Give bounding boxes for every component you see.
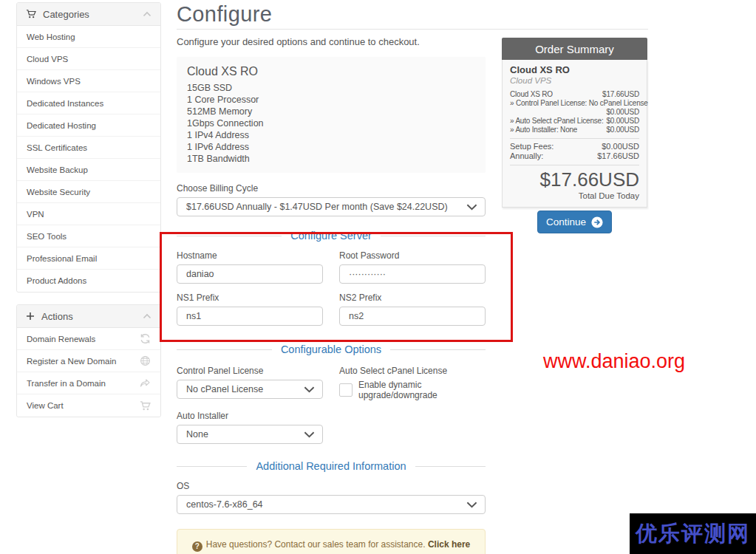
summary-line: » Auto Select cPanel License: No $0.00US… [510,117,639,126]
options-row: Control Panel License No cPanel License … [177,355,486,444]
sidebar-item-seo-tools[interactable]: SEO Tools [17,225,160,247]
hostname-input[interactable] [177,264,323,284]
product-feature: 15GB SSD [187,82,475,94]
enable-upgrade-row: Enable dynamic upgrade/downgrade [339,380,486,400]
sidebar-item-dedicated-hosting[interactable]: Dedicated Hosting [17,114,160,137]
total-amount: $17.66USD [510,168,639,191]
click-here-link[interactable]: Click here [428,539,470,550]
product-feature: 1TB Bandwidth [187,153,475,165]
categories-title: Categories [43,9,89,20]
sidebar-item-website-backup[interactable]: Website Backup [17,159,160,181]
categories-panel: Categories Web Hosting Cloud VPS Windows… [16,2,161,293]
ns1-prefix-label: NS1 Prefix [177,293,323,303]
page-subtitle: Configure your desired options and conti… [177,36,486,47]
arrow-circle-right-icon [591,216,603,228]
product-feature: 512MB Memory [187,106,475,117]
sidebar: Categories Web Hosting Cloud VPS Windows… [16,2,161,429]
page-title: Configure [177,2,486,27]
refresh-icon [140,333,151,344]
ns2-prefix-input[interactable] [339,307,486,326]
cart-icon [140,400,151,411]
continue-button[interactable]: Continue [537,211,612,233]
order-summary: Order Summary Cloud XS RO Cloud VPS Clou… [502,38,647,208]
chevron-up-icon [143,11,151,17]
product-feature: 1 IPv6 Address [187,141,475,153]
server-fields-row-2: NS1 Prefix NS2 Prefix [177,284,486,326]
sidebar-item-view-cart[interactable]: View Cart [17,394,160,417]
auto-installer-select[interactable]: None [177,425,323,444]
hostname-label: Hostname [177,250,323,261]
actions-header[interactable]: Actions [17,305,160,328]
sidebar-item-ssl-certificates[interactable]: SSL Certificates [17,137,160,159]
watermark-text: www.daniao.org [543,350,685,373]
plus-icon [26,312,35,321]
question-circle-icon: ? [192,541,202,552]
cart-icon [26,9,36,19]
os-label: OS [177,481,486,491]
billing-cycle-label: Choose Billing Cycle [177,183,486,194]
sidebar-item-website-security[interactable]: Website Security [17,181,160,203]
ns1-prefix-input[interactable] [177,307,323,326]
additional-info-heading: Additional Required Information [177,460,486,472]
summary-line: » Auto Installer: None $0.00USD [510,126,639,134]
sales-notice: ?Have questions? Contact our sales team … [177,529,486,554]
product-feature: 1 Core Processor [187,94,475,106]
sidebar-item-web-hosting[interactable]: Web Hosting [17,26,160,48]
sidebar-item-vpn[interactable]: VPN [17,203,160,225]
sidebar-item-transfer-domain[interactable]: Transfer in a Domain [17,372,160,394]
actions-title: Actions [41,311,73,322]
auto-installer-label: Auto Installer [177,411,323,421]
product-name: Cloud XS RO [187,65,475,78]
notice-text: Have questions? Contact our sales team f… [206,539,426,550]
summary-line: » Control Panel License: No cPanel Licen… [510,99,639,117]
chevron-down-icon [304,431,315,438]
chevron-down-icon [466,502,477,508]
control-panel-license-select[interactable]: No cPanel License [177,380,323,399]
sidebar-item-windows-vps[interactable]: Windows VPS [17,70,160,92]
chevron-up-icon [143,313,151,319]
globe-icon [140,355,151,366]
root-password-label: Root Password [339,250,486,261]
summary-divider [510,138,639,139]
transfer-arrow-icon [140,377,151,389]
auto-select-cpanel-label: Auto Select cPanel License [339,366,486,376]
chevron-down-icon [466,204,477,211]
product-summary-box: Cloud XS RO 15GB SSD 1 Core Processor 51… [177,57,486,173]
sidebar-item-register-domain[interactable]: Register a New Domain [17,350,160,372]
root-password-input[interactable] [339,264,486,284]
enable-upgrade-label: Enable dynamic upgrade/downgrade [358,380,486,400]
order-summary-header: Order Summary [502,38,647,60]
billing-cycle-select[interactable]: $17.66USD Annually - $1.47USD Per month … [177,197,486,216]
os-select[interactable]: centos-7.6-x86_64 [177,495,486,514]
configurable-options-heading: Configurable Options [177,343,486,355]
sidebar-item-professional-email[interactable]: Professional Email [17,247,160,270]
order-summary-body: Cloud XS RO Cloud VPS Cloud XS RO $17.66… [502,60,647,208]
product-feature: 1Gbps Connection [187,117,475,129]
summary-divider [510,165,639,165]
site-badge: 优乐评测网 [630,513,756,554]
ns2-prefix-label: NS2 Prefix [339,293,486,303]
server-fields-row-1: Hostname Root Password [177,242,486,284]
sidebar-item-product-addons[interactable]: Product Addons [17,270,160,292]
total-due-label: Total Due Today [510,191,639,201]
sidebar-item-domain-renewals[interactable]: Domain Renewals [17,328,160,350]
categories-header[interactable]: Categories [17,3,160,26]
enable-upgrade-checkbox[interactable] [339,383,353,397]
cycle-line: Annually: $17.66USD [510,151,639,161]
main-content: Configure Configure your desired options… [177,0,486,554]
summary-line: Cloud XS RO $17.66USD [510,90,639,99]
control-panel-license-label: Control Panel License [177,366,323,376]
product-feature: 1 IPv4 Address [187,129,475,141]
sidebar-item-cloud-vps[interactable]: Cloud VPS [17,48,160,70]
sidebar-item-dedicated-instances[interactable]: Dedicated Instances [17,92,160,114]
summary-product-group: Cloud VPS [510,75,639,86]
actions-panel: Actions Domain Renewals Register a New D… [16,304,161,417]
summary-product-name: Cloud XS RO [510,64,639,75]
configure-server-heading: Configure Server [177,230,486,242]
setup-fees-line: Setup Fees: $0.00USD [510,142,639,151]
chevron-down-icon [304,386,315,393]
